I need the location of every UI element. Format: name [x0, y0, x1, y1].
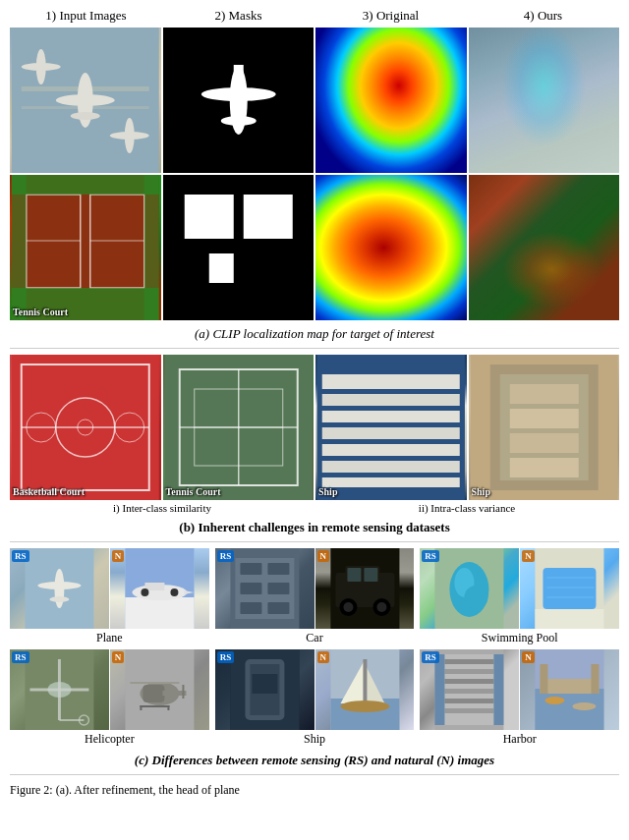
col-header-1: 1) Input Images — [10, 8, 162, 24]
section-c-row2-labels: Helicopter Ship Harbor — [10, 732, 619, 747]
svg-point-61 — [49, 596, 69, 602]
section-a-row1 — [10, 28, 619, 173]
intra-class-caption: ii) Intra-class variance — [314, 502, 619, 514]
col-header-2: 2) Masks — [162, 8, 314, 24]
svg-point-5 — [56, 94, 115, 106]
svg-rect-109 — [140, 705, 169, 707]
harbor-label: Harbor — [420, 732, 619, 747]
svg-point-85 — [343, 602, 353, 612]
svg-rect-126 — [445, 669, 494, 674]
ours-tennis-cell — [469, 175, 620, 320]
svg-rect-77 — [267, 602, 289, 614]
svg-rect-64 — [125, 597, 194, 629]
n-harbor-cell: N — [520, 649, 619, 730]
input-plane-cell — [10, 28, 161, 173]
svg-rect-74 — [240, 583, 261, 594]
pool-label: Swimming Pool — [420, 631, 619, 645]
n-badge-car: N — [317, 550, 330, 562]
mask-plane-cell — [163, 28, 314, 173]
section-b-caption: (b) Inherent challenges in remote sensin… — [10, 520, 619, 535]
page: 1) Input Images 2) Masks 3) Original 4) … — [0, 0, 629, 807]
svg-point-8 — [22, 63, 61, 71]
svg-rect-57 — [509, 458, 578, 477]
svg-rect-127 — [445, 679, 494, 684]
car-label: Car — [215, 631, 415, 645]
svg-rect-125 — [445, 659, 494, 664]
basketball-court-cell: Basketball Court — [10, 355, 161, 500]
section-b-images: Basketball Court Tennis Court — [10, 355, 619, 500]
svg-rect-135 — [541, 679, 600, 694]
svg-rect-54 — [509, 384, 578, 404]
plane-label: Plane — [10, 631, 209, 645]
svg-rect-23 — [12, 175, 27, 320]
svg-point-6 — [71, 112, 100, 120]
svg-rect-45 — [322, 394, 460, 406]
rs-badge-harbor: RS — [422, 651, 439, 663]
svg-rect-47 — [322, 427, 460, 439]
rs-pool-cell: RS — [420, 548, 519, 629]
divider-a — [10, 348, 619, 349]
svg-point-10 — [110, 132, 149, 140]
svg-point-139 — [573, 702, 597, 710]
harbor-pair: RS N — [420, 649, 619, 730]
pool-pair: RS N — [420, 548, 619, 629]
section-a-caption: (a) CLIP localization map for target of … — [10, 326, 619, 342]
svg-rect-67 — [144, 583, 164, 590]
rs-car-cell: RS — [215, 548, 314, 629]
svg-rect-24 — [144, 175, 159, 320]
rs-ship2-cell: RS — [215, 649, 314, 730]
svg-rect-44 — [322, 374, 460, 389]
svg-point-138 — [545, 697, 565, 704]
svg-point-122 — [340, 700, 389, 712]
svg-rect-130 — [445, 708, 494, 713]
col-header-4: 4) Ours — [467, 8, 619, 24]
plane-pair: RS N — [10, 548, 209, 629]
heli-label: Helicopter — [10, 732, 209, 747]
ours-plane-cell — [469, 28, 620, 173]
rs-badge-car: RS — [217, 550, 235, 562]
svg-rect-21 — [12, 175, 159, 195]
ship-pair: RS N — [215, 649, 415, 730]
rs-badge-heli: RS — [12, 651, 29, 663]
svg-point-14 — [220, 116, 256, 126]
n-pool-cell: N — [520, 548, 619, 629]
input-tennis-cell: Tennis Court — [10, 175, 161, 320]
svg-rect-48 — [322, 444, 460, 456]
divider-c — [10, 774, 619, 775]
svg-rect-81 — [347, 568, 361, 582]
n-badge-ship2: N — [317, 651, 330, 663]
svg-rect-134 — [536, 689, 604, 730]
n-badge-plane: N — [112, 550, 125, 562]
figure-caption: Figure 2: (a). After refinement, the hea… — [10, 781, 619, 799]
rs-heli-cell: RS — [10, 649, 109, 730]
svg-rect-96 — [536, 609, 604, 629]
rs-badge-pool: RS — [422, 550, 439, 562]
n-plane-cell: N — [110, 548, 209, 629]
car-pair: RS N — [215, 548, 415, 629]
svg-rect-56 — [509, 433, 578, 453]
n-badge-pool: N — [522, 550, 535, 562]
n-badge-heli: N — [112, 651, 125, 663]
svg-rect-15 — [233, 65, 243, 80]
column-headers: 1) Input Images 2) Masks 3) Original 4) … — [10, 8, 619, 24]
n-heli-cell: N — [110, 649, 209, 730]
col-header-3: 3) Original — [314, 8, 467, 24]
svg-rect-75 — [267, 583, 289, 594]
svg-rect-128 — [445, 689, 494, 694]
svg-rect-111 — [167, 705, 169, 710]
section-a-row2: Tennis Court — [10, 175, 619, 320]
svg-point-86 — [376, 602, 386, 612]
n-car-cell: N — [315, 548, 415, 629]
inter-class-caption: i) Inter-class similarity — [10, 502, 314, 514]
svg-rect-131 — [435, 654, 445, 725]
svg-point-69 — [170, 588, 178, 596]
svg-rect-136 — [541, 664, 548, 694]
ship2-label: Ship — [215, 732, 415, 747]
heatmap-original-tennis-cell — [315, 175, 467, 320]
svg-rect-27 — [243, 195, 292, 239]
rs-plane-cell: RS — [10, 548, 109, 629]
svg-rect-92 — [543, 568, 597, 609]
svg-rect-129 — [445, 699, 494, 703]
ship-label-1: Ship — [318, 486, 337, 497]
section-c-row1: RS N — [10, 548, 619, 629]
